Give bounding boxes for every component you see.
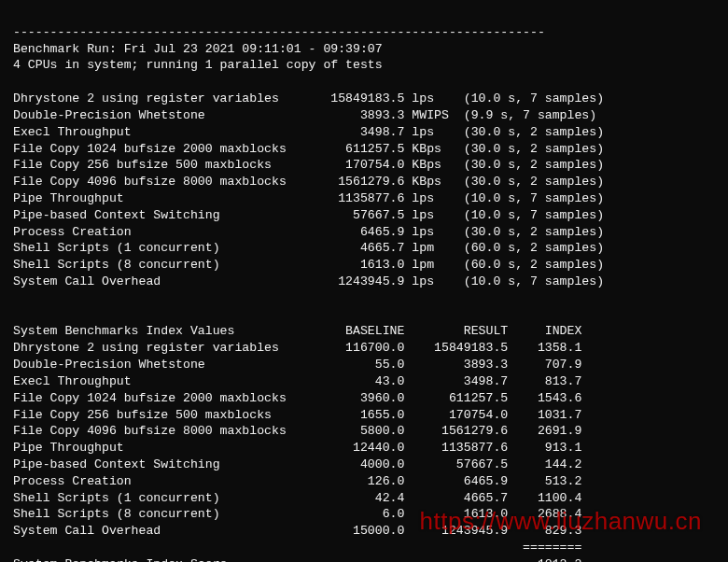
results-block-1: Dhrystone 2 using register variables 158… (13, 91, 715, 290)
cpu-info-line: 4 CPUs in system; running 1 parallel cop… (13, 58, 383, 72)
benchmark-run-line: Benchmark Run: Fri Jul 23 2021 09:11:01 … (13, 42, 383, 56)
results-block-2: System Benchmarks Index Values BASELINE … (13, 323, 715, 562)
terminal-output: ----------------------------------------… (0, 0, 728, 562)
divider-line: ----------------------------------------… (13, 25, 545, 39)
